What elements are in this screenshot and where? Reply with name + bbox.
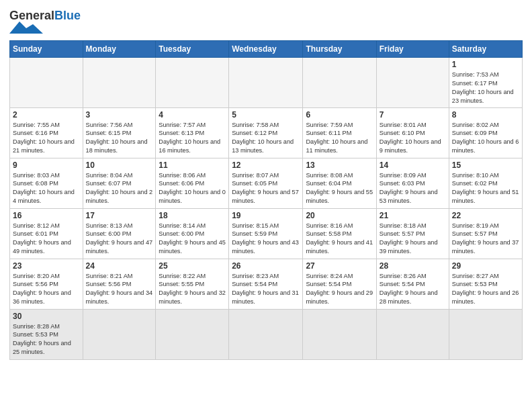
header-saturday: Saturday [449,41,522,58]
logo-text: GeneralBlue [9,9,81,21]
empty-cell [83,309,156,359]
empty-cell [10,58,83,108]
day-23: 23Sunrise: 8:20 AMSunset: 5:56 PMDayligh… [10,259,83,309]
logo: GeneralBlue [9,9,81,36]
day-7: 7Sunrise: 8:01 AMSunset: 6:10 PMDaylight… [376,107,449,158]
day-28: 28Sunrise: 8:26 AMSunset: 5:54 PMDayligh… [376,259,449,309]
empty-cell [376,309,449,359]
day-16: 16Sunrise: 8:12 AMSunset: 6:01 PMDayligh… [10,208,83,259]
day-22: 22Sunrise: 8:19 AMSunset: 5:57 PMDayligh… [449,208,522,259]
empty-cell [229,58,303,108]
day-12: 12Sunrise: 8:07 AMSunset: 6:05 PMDayligh… [229,158,303,208]
day-17: 17Sunrise: 8:13 AMSunset: 6:00 PMDayligh… [83,208,156,259]
week-row-1: 1Sunrise: 7:53 AMSunset: 6:17 PMDaylight… [10,58,523,108]
logo-icon [9,21,43,34]
empty-cell [303,58,376,108]
day-13: 13Sunrise: 8:08 AMSunset: 6:04 PMDayligh… [303,158,376,208]
empty-cell [376,58,449,108]
day-24: 24Sunrise: 8:21 AMSunset: 5:56 PMDayligh… [83,259,156,309]
week-row-3: 9Sunrise: 8:03 AMSunset: 6:08 PMDaylight… [10,158,523,208]
week-row-2: 2Sunrise: 7:55 AMSunset: 6:16 PMDaylight… [10,107,523,158]
day-18: 18Sunrise: 8:14 AMSunset: 6:00 PMDayligh… [156,208,229,259]
day-11: 11Sunrise: 8:06 AMSunset: 6:06 PMDayligh… [156,158,229,208]
day-29: 29Sunrise: 8:27 AMSunset: 5:53 PMDayligh… [449,259,522,309]
day-30: 30Sunrise: 8:28 AMSunset: 5:53 PMDayligh… [10,309,83,359]
header-monday: Monday [83,41,156,58]
day-6: 6Sunrise: 7:59 AMSunset: 6:11 PMDaylight… [303,107,376,158]
header-tuesday: Tuesday [156,41,229,58]
empty-cell [303,309,376,359]
day-4: 4Sunrise: 7:57 AMSunset: 6:13 PMDaylight… [156,107,229,158]
calendar: Sunday Monday Tuesday Wednesday Thursday… [9,40,523,360]
week-row-5: 23Sunrise: 8:20 AMSunset: 5:56 PMDayligh… [10,259,523,309]
week-row-6: 30Sunrise: 8:28 AMSunset: 5:53 PMDayligh… [10,309,523,359]
day-25: 25Sunrise: 8:22 AMSunset: 5:55 PMDayligh… [156,259,229,309]
header: GeneralBlue [9,7,523,36]
svg-marker-0 [9,21,43,34]
day-8: 8Sunrise: 8:02 AMSunset: 6:09 PMDaylight… [449,107,522,158]
week-row-4: 16Sunrise: 8:12 AMSunset: 6:01 PMDayligh… [10,208,523,259]
header-wednesday: Wednesday [229,41,303,58]
header-thursday: Thursday [303,41,376,58]
day-14: 14Sunrise: 8:09 AMSunset: 6:03 PMDayligh… [376,158,449,208]
day-26: 26Sunrise: 8:23 AMSunset: 5:54 PMDayligh… [229,259,303,309]
day-10: 10Sunrise: 8:04 AMSunset: 6:07 PMDayligh… [83,158,156,208]
day-3: 3Sunrise: 7:56 AMSunset: 6:15 PMDaylight… [83,107,156,158]
empty-cell [83,58,156,108]
empty-cell [156,309,229,359]
day-15: 15Sunrise: 8:10 AMSunset: 6:02 PMDayligh… [449,158,522,208]
header-sunday: Sunday [10,41,83,58]
day-1: 1Sunrise: 7:53 AMSunset: 6:17 PMDaylight… [449,58,522,108]
day-5: 5Sunrise: 7:58 AMSunset: 6:12 PMDaylight… [229,107,303,158]
day-21: 21Sunrise: 8:18 AMSunset: 5:57 PMDayligh… [376,208,449,259]
day-27: 27Sunrise: 8:24 AMSunset: 5:54 PMDayligh… [303,259,376,309]
empty-cell [449,309,522,359]
empty-cell [156,58,229,108]
day-9: 9Sunrise: 8:03 AMSunset: 6:08 PMDaylight… [10,158,83,208]
weekday-header-row: Sunday Monday Tuesday Wednesday Thursday… [10,41,523,58]
day-2: 2Sunrise: 7:55 AMSunset: 6:16 PMDaylight… [10,107,83,158]
day-20: 20Sunrise: 8:16 AMSunset: 5:58 PMDayligh… [303,208,376,259]
empty-cell [229,309,303,359]
day-19: 19Sunrise: 8:15 AMSunset: 5:59 PMDayligh… [229,208,303,259]
header-friday: Friday [376,41,449,58]
